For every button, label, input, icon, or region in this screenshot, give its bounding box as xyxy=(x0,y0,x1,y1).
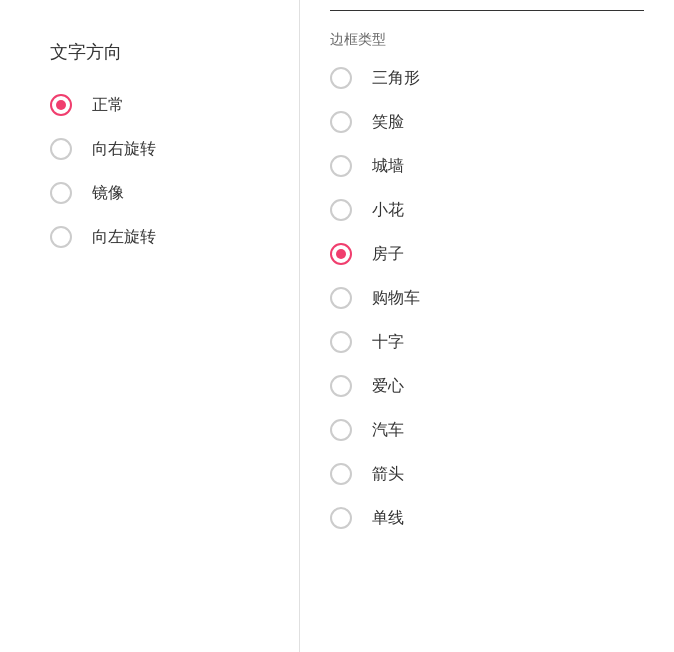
border-type-option-flower[interactable]: 小花 xyxy=(330,199,644,221)
radio-circle-border-single-line xyxy=(330,507,352,529)
radio-circle-border-wall xyxy=(330,155,352,177)
border-type-option-heart[interactable]: 爱心 xyxy=(330,375,644,397)
text-direction-group: 正常向右旋转镜像向左旋转 xyxy=(50,94,269,248)
radio-label-border-flower: 小花 xyxy=(372,200,404,221)
radio-circle-border-triangle xyxy=(330,67,352,89)
radio-circle-mirror xyxy=(50,182,72,204)
border-type-option-wall[interactable]: 城墙 xyxy=(330,155,644,177)
right-panel: 边框类型 三角形笑脸城墙小花房子购物车十字爱心汽车箭头单线 xyxy=(300,0,674,652)
radio-label-border-arrow: 箭头 xyxy=(372,464,404,485)
border-type-option-single-line[interactable]: 单线 xyxy=(330,507,644,529)
radio-label-border-single-line: 单线 xyxy=(372,508,404,529)
radio-circle-normal xyxy=(50,94,72,116)
radio-label-border-cross: 十字 xyxy=(372,332,404,353)
border-type-option-cross[interactable]: 十字 xyxy=(330,331,644,353)
radio-label-rotate-right: 向右旋转 xyxy=(92,139,156,160)
border-type-option-cart[interactable]: 购物车 xyxy=(330,287,644,309)
border-type-title: 边框类型 xyxy=(330,31,644,49)
top-divider xyxy=(330,10,644,11)
radio-label-border-cart: 购物车 xyxy=(372,288,420,309)
radio-circle-rotate-left xyxy=(50,226,72,248)
text-direction-option-rotate-left[interactable]: 向左旋转 xyxy=(50,226,269,248)
border-type-option-car[interactable]: 汽车 xyxy=(330,419,644,441)
radio-label-border-heart: 爱心 xyxy=(372,376,404,397)
radio-circle-border-heart xyxy=(330,375,352,397)
border-type-option-arrow[interactable]: 箭头 xyxy=(330,463,644,485)
radio-label-border-triangle: 三角形 xyxy=(372,68,420,89)
radio-label-border-smile: 笑脸 xyxy=(372,112,404,133)
radio-label-border-car: 汽车 xyxy=(372,420,404,441)
radio-label-mirror: 镜像 xyxy=(92,183,124,204)
radio-circle-border-house xyxy=(330,243,352,265)
radio-circle-rotate-right xyxy=(50,138,72,160)
radio-label-normal: 正常 xyxy=(92,95,124,116)
radio-label-rotate-left: 向左旋转 xyxy=(92,227,156,248)
text-direction-option-normal[interactable]: 正常 xyxy=(50,94,269,116)
radio-circle-border-arrow xyxy=(330,463,352,485)
radio-circle-border-flower xyxy=(330,199,352,221)
border-type-option-triangle[interactable]: 三角形 xyxy=(330,67,644,89)
radio-label-border-wall: 城墙 xyxy=(372,156,404,177)
left-panel: 文字方向 正常向右旋转镜像向左旋转 xyxy=(0,0,300,652)
text-direction-title: 文字方向 xyxy=(50,40,269,64)
radio-circle-border-smile xyxy=(330,111,352,133)
border-type-option-smile[interactable]: 笑脸 xyxy=(330,111,644,133)
radio-label-border-house: 房子 xyxy=(372,244,404,265)
border-type-group: 三角形笑脸城墙小花房子购物车十字爱心汽车箭头单线 xyxy=(330,67,644,529)
radio-circle-border-cart xyxy=(330,287,352,309)
text-direction-option-rotate-right[interactable]: 向右旋转 xyxy=(50,138,269,160)
text-direction-option-mirror[interactable]: 镜像 xyxy=(50,182,269,204)
border-type-option-house[interactable]: 房子 xyxy=(330,243,644,265)
radio-circle-border-car xyxy=(330,419,352,441)
radio-circle-border-cross xyxy=(330,331,352,353)
